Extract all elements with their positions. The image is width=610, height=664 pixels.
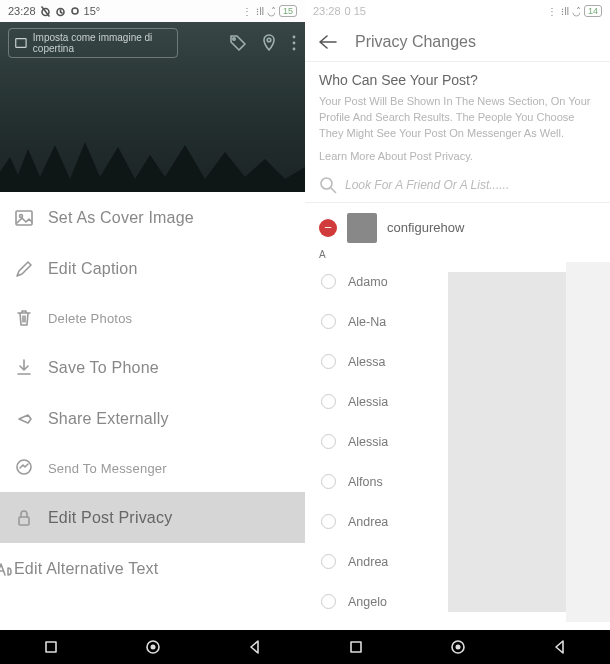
friend-name: Andrea <box>348 515 388 529</box>
svg-point-11 <box>20 214 23 217</box>
nav-recent-icon[interactable] <box>43 639 59 655</box>
nav-recent-icon[interactable] <box>348 639 364 655</box>
remove-badge-icon[interactable]: − <box>319 219 337 237</box>
scroll-gutter <box>566 262 610 622</box>
menu-item-label: Share Externally <box>48 410 169 428</box>
status-time: 23:28 <box>313 5 341 17</box>
menu-item-label: Set As Cover Image <box>48 209 194 227</box>
search-bar <box>305 168 610 203</box>
menu-item-share-ext[interactable]: Share Externally <box>0 393 305 444</box>
menu-item-edit-privacy[interactable]: Edit Post Privacy <box>0 492 305 543</box>
status-time: 23:28 <box>8 5 36 17</box>
friend-name: Adamo <box>348 275 388 289</box>
battery-icon: 14 <box>584 5 602 17</box>
phone-right: 23:28 0 15 ⋮ ⫶ll ◡̂ 14 Privacy Changes W… <box>305 0 610 664</box>
scrollbar[interactable] <box>448 272 566 612</box>
signal-icon: ⫶ll <box>560 6 569 17</box>
search-input[interactable] <box>345 178 596 192</box>
bluetooth-icon: ⋮ <box>547 6 557 17</box>
privacy-section: Who Can See Your Post? Your Post Will Be… <box>305 62 610 168</box>
friend-name: Alessia <box>348 395 388 409</box>
friend-name: Alfons <box>348 475 383 489</box>
radio-icon[interactable] <box>321 354 336 369</box>
svg-rect-4 <box>16 39 26 48</box>
avatar <box>347 213 377 243</box>
status-extra: 0 15 <box>345 5 366 17</box>
trash-icon <box>14 308 34 328</box>
tag-icon[interactable] <box>229 34 247 52</box>
menu-item-label: Delete Photos <box>48 311 132 326</box>
wifi-icon: ◡̂ <box>572 6 581 17</box>
status-temp: 15° <box>84 5 101 17</box>
radio-icon[interactable] <box>321 594 336 609</box>
nav-back-icon[interactable] <box>552 639 568 655</box>
android-navbar <box>0 630 305 664</box>
svg-rect-14 <box>46 642 56 652</box>
location-icon[interactable] <box>261 34 277 52</box>
menu-item-label: Send To Messenger <box>48 461 167 476</box>
svg-point-3 <box>72 8 78 14</box>
menu-item-set-cover[interactable]: Set As Cover Image <box>0 192 305 243</box>
svg-point-9 <box>293 48 296 51</box>
cover-chip[interactable]: Imposta come immagine di copertina <box>8 28 178 58</box>
action-menu: Set As Cover ImageEdit CaptionDelete Pho… <box>0 192 305 594</box>
tree-silhouette <box>0 137 305 192</box>
svg-line-18 <box>331 188 336 193</box>
svg-point-21 <box>455 645 460 650</box>
radio-icon[interactable] <box>321 514 336 529</box>
friend-name: Alessa <box>348 355 386 369</box>
menu-item-edit-alt[interactable]: Edit Alternative Text <box>0 543 305 594</box>
cover-chip-label: Imposta come immagine di copertina <box>33 32 171 54</box>
alarm-off-icon <box>40 6 51 17</box>
nav-home-icon[interactable] <box>144 638 162 656</box>
menu-item-label: Save To Phone <box>48 359 159 377</box>
menu-item-label: Edit Caption <box>48 260 138 278</box>
weather-icon <box>70 6 80 16</box>
wifi-icon: ◡̂ <box>267 6 276 17</box>
section-heading: Who Can See Your Post? <box>319 72 596 88</box>
bluetooth-icon: ⋮ <box>242 6 252 17</box>
friend-name: Alessia <box>348 435 388 449</box>
svg-point-6 <box>267 38 271 42</box>
nav-home-icon[interactable] <box>449 638 467 656</box>
selected-friend-row: − configurehow <box>305 203 610 247</box>
svg-point-5 <box>233 38 235 40</box>
menu-item-save-phone[interactable]: Save To Phone <box>0 342 305 393</box>
friends-list: AdamoAle-NaAlessaAlessiaAlessiaAlfonsAnd… <box>305 262 610 622</box>
status-bar: 23:28 0 15 ⋮ ⫶ll ◡̂ 14 <box>305 0 610 22</box>
share-icon <box>14 409 34 429</box>
menu-item-label: Edit Post Privacy <box>48 509 172 527</box>
back-arrow-icon[interactable] <box>319 35 337 49</box>
alpha-header: A <box>305 247 610 262</box>
menu-item-edit-caption[interactable]: Edit Caption <box>0 243 305 294</box>
image-placeholder-icon <box>15 36 27 50</box>
page-title: Privacy Changes <box>355 33 476 51</box>
radio-icon[interactable] <box>321 394 336 409</box>
menu-item-send-messenger[interactable]: Send To Messenger <box>0 444 305 492</box>
lock-icon <box>14 508 34 528</box>
messenger-icon <box>14 458 34 478</box>
battery-icon: 15 <box>279 5 297 17</box>
selected-name: configurehow <box>387 220 464 235</box>
svg-rect-13 <box>19 517 29 525</box>
menu-item-delete-photos[interactable]: Delete Photos <box>0 294 305 342</box>
friend-name: Angelo <box>348 595 387 609</box>
radio-icon[interactable] <box>321 474 336 489</box>
more-icon[interactable] <box>291 34 297 52</box>
svg-point-8 <box>293 42 296 45</box>
nav-back-icon[interactable] <box>247 639 263 655</box>
radio-icon[interactable] <box>321 274 336 289</box>
phone-left: 23:28 15° ⋮ ⫶ll ◡̂ 15 Imposta come immag… <box>0 0 305 664</box>
image-icon <box>14 208 34 228</box>
radio-icon[interactable] <box>321 314 336 329</box>
radio-icon[interactable] <box>321 434 336 449</box>
friend-name: Ale-Na <box>348 315 386 329</box>
pencil-icon <box>14 259 34 279</box>
svg-rect-10 <box>16 211 32 225</box>
radio-icon[interactable] <box>321 554 336 569</box>
menu-item-label: Edit Alternative Text <box>14 560 158 578</box>
topbar: Privacy Changes <box>305 22 610 62</box>
learn-more-link[interactable]: Learn More About Post Privacy. <box>319 150 596 162</box>
alarm-icon <box>55 6 66 17</box>
svg-point-16 <box>150 645 155 650</box>
